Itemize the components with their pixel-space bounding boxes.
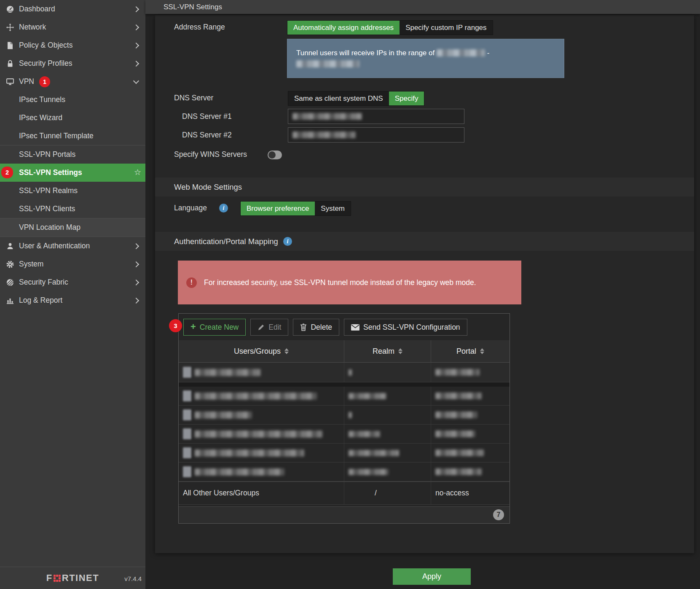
sidebar-item-label: SSL-VPN Portals (19, 150, 75, 159)
sidebar-item-ssl-vpn-clients[interactable]: SSL-VPN Clients (0, 200, 145, 218)
address-range-label: Address Range (174, 20, 225, 34)
lock-icon (5, 59, 15, 68)
table-row-redacted[interactable] (179, 463, 510, 481)
language-segment: Browser preferenceSystem (240, 201, 351, 216)
portal-cell (431, 425, 510, 443)
table-row-redacted[interactable] (179, 387, 510, 406)
warning-text: For increased security, use SSL-VPN tunn… (204, 277, 478, 288)
realm-cell: / (344, 482, 431, 504)
segment-option-automatically-assign-addresses[interactable]: Automatically assign addresses (287, 21, 400, 35)
dns-server-2-label: DNS Server #2 (182, 128, 232, 142)
sidebar-item-label: User & Authentication (19, 242, 90, 250)
sidebar-item-user-authentication[interactable]: User & Authentication (0, 237, 145, 255)
sidebar-item-label: Log & Report (19, 296, 62, 305)
chevron-down-icon (133, 78, 139, 83)
security-fabric-icon (5, 278, 15, 287)
web-mode-settings-title: Web Mode Settings (174, 183, 242, 192)
redacted-portal (435, 393, 482, 399)
tunnel-ip-range-note: Tunnel users will receive IPs in the ran… (287, 39, 564, 78)
segment-option-system[interactable]: System (315, 202, 351, 215)
users-groups-cell (179, 406, 344, 424)
dns-server-2-input[interactable] (288, 127, 464, 143)
gear-icon (5, 260, 15, 269)
chevron-right-icon (133, 6, 139, 12)
redacted-portal (435, 369, 480, 376)
row-count-badge: 7 (493, 509, 504, 520)
sidebar-item-ipsec-tunnels[interactable]: IPsec Tunnels (0, 91, 145, 109)
logo-text-right: RTINET (62, 573, 99, 584)
send-sslvpn-configuration-button[interactable]: Send SSL-VPN Configuration (344, 319, 467, 336)
redacted-entry-icon (183, 367, 191, 378)
sidebar-item-vpn[interactable]: VPN1 (0, 73, 145, 91)
segment-option-same-as-client-system-dns[interactable]: Same as client system DNS (288, 91, 389, 105)
note-dash: - (487, 49, 490, 57)
table-row-all-other-users-groups[interactable]: All Other Users/Groups/no-access (179, 481, 510, 505)
sidebar-item-ssl-vpn-portals[interactable]: SSL-VPN Portals (0, 145, 145, 164)
edit-button[interactable]: Edit (250, 319, 288, 336)
realm-cell (344, 406, 431, 424)
chevron-right-icon (133, 243, 139, 249)
auth-portal-mapping-info-icon[interactable]: i (283, 237, 292, 246)
sidebar-item-security-profiles[interactable]: Security Profiles (0, 54, 145, 73)
segment-option-specify[interactable]: Specify (389, 91, 424, 105)
sidebar-item-security-fabric[interactable]: Security Fabric (0, 273, 145, 291)
redacted-entry-icon (183, 447, 191, 458)
sidebar-item-ssl-vpn-settings[interactable]: SSL-VPN Settings2☆ (0, 164, 145, 182)
users-groups-cell (179, 463, 344, 481)
chevron-right-icon (133, 60, 139, 66)
sidebar-item-label: Network (19, 23, 46, 32)
sidebar-item-ipsec-wizard[interactable]: IPsec Wizard (0, 109, 145, 127)
redacted-ip-start (437, 49, 485, 56)
create-new-button[interactable]: + Create New (183, 319, 246, 336)
segment-option-browser-preference[interactable]: Browser preference (241, 202, 315, 215)
redacted-entry-icon (183, 428, 191, 439)
table-row-redacted[interactable] (179, 425, 510, 444)
delete-button[interactable]: Delete (293, 319, 339, 336)
sidebar-item-ipsec-tunnel-template[interactable]: IPsec Tunnel Template (0, 127, 145, 145)
redacted-users-groups (195, 369, 260, 376)
sidebar-item-system[interactable]: System (0, 255, 145, 273)
dns-server-1-input[interactable] (288, 109, 464, 124)
sidebar-item-label: IPsec Tunnel Template (19, 132, 94, 140)
note-text: Tunnel users will receive IPs in the ran… (296, 49, 434, 57)
chevron-right-icon (133, 24, 139, 30)
column-header-realm[interactable]: Realm (344, 340, 431, 362)
redacted-realm (349, 431, 380, 437)
sidebar-item-label: SSL-VPN Clients (19, 204, 75, 213)
sidebar-item-label: Dashboard (19, 5, 55, 13)
table-row-redacted[interactable] (179, 363, 510, 382)
redacted-realm (349, 412, 352, 418)
apply-button[interactable]: Apply (393, 568, 471, 585)
sidebar-item-ssl-vpn-realms[interactable]: SSL-VPN Realms (0, 182, 145, 200)
users-groups-cell: All Other Users/Groups (179, 482, 344, 504)
language-info-icon[interactable]: i (219, 204, 228, 212)
sidebar-item-vpn-location-map[interactable]: VPN Location Map (0, 218, 145, 237)
table-row-redacted[interactable] (179, 406, 510, 425)
row-separator (179, 382, 510, 387)
redacted-users-groups (195, 449, 304, 457)
portal-cell (431, 406, 510, 424)
favorite-star-icon[interactable]: ☆ (134, 167, 141, 177)
sidebar-item-dashboard[interactable]: Dashboard (0, 0, 145, 18)
wins-servers-toggle[interactable] (268, 151, 282, 159)
sidebar-menu: DashboardNetworkPolicy & ObjectsSecurity… (0, 0, 145, 309)
users-groups-cell (179, 444, 344, 462)
sort-icon (284, 346, 289, 356)
column-header-portal[interactable]: Portal (431, 340, 510, 362)
portal-mapping-table-box: + Create New Edit Delete (178, 313, 510, 524)
segment-option-specify-custom-ip-ranges[interactable]: Specify custom IP ranges (400, 21, 492, 35)
table-row-redacted[interactable] (179, 444, 510, 463)
move-arrows-icon (5, 23, 15, 32)
dns-server-1-label: DNS Server #1 (182, 110, 232, 124)
sidebar-item-policy-objects[interactable]: Policy & Objects (0, 36, 145, 54)
bar-chart-icon (5, 296, 15, 304)
language-label: Language (174, 201, 207, 215)
step-badge-1: 1 (39, 76, 50, 87)
sidebar-item-label: System (19, 260, 43, 269)
logo-text-left: F (46, 573, 53, 584)
column-header-users-groups[interactable]: Users/Groups (179, 340, 344, 362)
sidebar-item-network[interactable]: Network (0, 18, 145, 36)
fortinet-o-icon (54, 575, 61, 582)
sidebar-item-log-report[interactable]: Log & Report (0, 291, 145, 309)
warning-exclamation-icon: ! (186, 277, 197, 288)
